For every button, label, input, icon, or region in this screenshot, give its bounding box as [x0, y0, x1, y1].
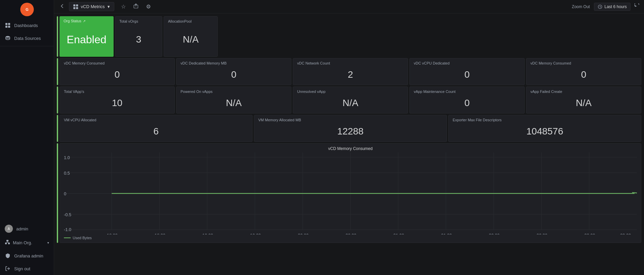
vdc-memory-consumed2-title: vDC Memory Consumed [530, 61, 637, 65]
panel-row-2: vDC Memory Consumed 0 vDC Dedicated Memo… [57, 58, 641, 85]
vdc-memory-consumed-title: vDC Memory Consumed [64, 61, 170, 65]
svg-rect-3 [8, 23, 10, 25]
panel-row-chart: vCD Memory Consumed [57, 143, 641, 243]
chart-svg: 1.0 0.5 0 -0.5 -1.0 18:00 18:30 19:00 19… [64, 152, 637, 234]
org-status-title: Org Status ↗ [64, 19, 110, 23]
grafana-logo[interactable]: G [20, 3, 34, 16]
vapp-failed-create-value: N/A [530, 96, 637, 110]
row-indicator-chart [57, 143, 58, 243]
svg-rect-4 [5, 26, 7, 28]
row-indicator-4 [57, 115, 58, 142]
vdc-network-count-value: 2 [297, 67, 404, 82]
datasources-label: Data Sources [14, 36, 41, 41]
sidebar-item-user[interactable]: A admin [0, 221, 54, 236]
panel-vdc-dedicated-memory: vDC Dedicated Memory MB 0 [176, 58, 291, 85]
share-button[interactable] [130, 2, 141, 11]
refresh-button[interactable] [635, 3, 640, 10]
unresolved-vapp-title: Unresolved vApp [297, 90, 404, 94]
panel-row-3: Total VApp's 10 Powered On vApps N/A Unr… [57, 86, 641, 114]
vapp-maintenance-title: vApp Maintenance Count [414, 90, 520, 94]
panel-row-1: Org Status ↗ Enabled Total vOrgs 3 Alloc… [57, 16, 641, 57]
panel-row-4: VM vCPU Allocated 6 VM Memory Allocated … [57, 115, 641, 142]
vm-memory-allocated-value: 12288 [258, 124, 443, 139]
svg-text:20:30: 20:30 [345, 233, 356, 234]
vdc-memory-consumed-value: 0 [64, 67, 170, 82]
legend-line [64, 238, 71, 238]
svg-text:22:30: 22:30 [536, 233, 547, 234]
time-range-picker[interactable]: Last 6 hours [594, 3, 630, 11]
main-content: vCD Metrics ▾ ☆ ⚙ Zoom Out Last 6 hours [54, 0, 644, 275]
dashboard-title-button[interactable]: vCD Metrics ▾ [69, 2, 114, 11]
panel-vdc-vcpu-dedicated: vDC vCPU Dedicated 0 [409, 58, 525, 85]
unresolved-vapp-value: N/A [297, 96, 404, 110]
svg-text:20:00: 20:00 [298, 233, 309, 234]
grid-icon [73, 4, 78, 9]
sidebar-item-dashboards[interactable]: Dashboards [0, 19, 54, 32]
total-vapps-value: 10 [64, 96, 170, 110]
chart-title: vCD Memory Consumed [64, 146, 637, 151]
svg-line-48 [632, 193, 637, 193]
external-link-icon[interactable]: ↗ [83, 19, 86, 23]
star-button[interactable]: ☆ [118, 2, 128, 11]
total-vorgs-title: Total vOrgs [119, 19, 158, 23]
sidebar: G Dashboards Data Sources A admin [0, 0, 54, 275]
vdc-vcpu-dedicated-value: 0 [414, 67, 520, 82]
row-indicator-1 [57, 16, 58, 57]
panels-area: Org Status ↗ Enabled Total vOrgs 3 Alloc… [54, 14, 644, 275]
svg-text:G: G [25, 7, 28, 11]
panel-vm-vcpu-allocated: VM vCPU Allocated 6 [59, 115, 253, 142]
grafana-admin-label: Grafana admin [14, 253, 43, 258]
panel-org-status: Org Status ↗ Enabled [59, 16, 114, 57]
sidebar-item-org[interactable]: Main Org. ▾ [0, 236, 54, 249]
vdc-network-count-title: vDC Network Count [297, 61, 404, 65]
zoom-out-button[interactable]: Zoom Out [572, 4, 590, 9]
vdc-dedicated-memory-title: vDC Dedicated Memory MB [181, 61, 287, 65]
vm-vcpu-allocated-value: 6 [64, 124, 248, 139]
back-button[interactable] [58, 2, 66, 11]
settings-button[interactable]: ⚙ [143, 2, 153, 11]
vdc-dedicated-memory-value: 0 [181, 67, 287, 82]
powered-on-vapps-title: Powered On vApps [181, 90, 287, 94]
svg-text:23:30: 23:30 [620, 233, 631, 234]
powered-on-vapps-value: N/A [181, 96, 287, 110]
svg-text:-0.5: -0.5 [64, 212, 71, 217]
chart-area: 1.0 0.5 0 -0.5 -1.0 18:00 18:30 19:00 19… [64, 152, 637, 234]
svg-rect-5 [8, 26, 10, 28]
signout-label: Sign out [14, 266, 30, 271]
chart-legend: Used Bytes [64, 236, 637, 240]
svg-text:23:00: 23:00 [585, 233, 595, 234]
svg-point-6 [6, 36, 10, 38]
exporter-max-fd-value: 1048576 [453, 124, 637, 139]
vapp-maintenance-value: 0 [414, 96, 520, 110]
svg-text:0: 0 [64, 191, 66, 196]
topbar-right: Zoom Out Last 6 hours [572, 3, 640, 11]
row-indicator-3 [57, 86, 58, 114]
sidebar-divider [0, 46, 54, 46]
panel-vdc-memory-consumed2: vDC Memory Consumed 0 [526, 58, 641, 85]
sidebar-item-grafana-admin[interactable]: Grafana admin [0, 249, 54, 262]
signout-icon [5, 266, 11, 272]
total-vapps-title: Total VApp's [64, 90, 170, 94]
svg-text:19:30: 19:30 [250, 233, 261, 234]
panel-vdc-network-count: vDC Network Count 2 [293, 58, 408, 85]
sidebar-bottom: A admin Main Org. ▾ Grafan [0, 221, 54, 275]
svg-text:-1.0: -1.0 [64, 227, 71, 232]
vapp-failed-create-title: vApp Failed Create [530, 90, 637, 94]
svg-text:1.0: 1.0 [64, 155, 70, 160]
total-vorgs-value: 3 [119, 25, 158, 54]
svg-text:0.5: 0.5 [64, 171, 70, 176]
dashboards-icon [5, 22, 11, 28]
sidebar-item-datasources[interactable]: Data Sources [0, 32, 54, 45]
panel-vapp-failed-create: vApp Failed Create N/A [526, 86, 641, 114]
allocation-pool-title: AllocationPool [168, 19, 213, 23]
panel-total-vapps: Total VApp's 10 [59, 86, 175, 114]
sidebar-item-signout[interactable]: Sign out [0, 262, 54, 275]
svg-text:18:30: 18:30 [154, 233, 165, 234]
dashboard-title: vCD Metrics [81, 4, 105, 9]
panel-allocation-pool: AllocationPool N/A [164, 16, 218, 57]
user-avatar: A [5, 225, 13, 233]
dropdown-arrow: ▾ [108, 4, 110, 9]
panel-total-vorgs: Total vOrgs 3 [115, 16, 162, 57]
svg-rect-2 [5, 23, 7, 25]
org-label: Main Org. [13, 240, 32, 245]
